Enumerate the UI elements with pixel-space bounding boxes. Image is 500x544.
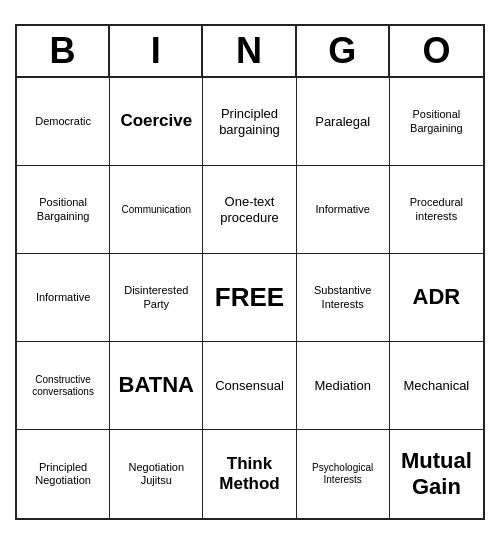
bingo-cell-15: Constructive conversations	[17, 342, 110, 430]
bingo-cell-3: Paralegal	[297, 78, 390, 166]
bingo-letter-b: B	[17, 26, 110, 76]
bingo-cell-7: One-text procedure	[203, 166, 296, 254]
bingo-letter-g: G	[297, 26, 390, 76]
bingo-cell-1: Coercive	[110, 78, 203, 166]
bingo-letter-n: N	[203, 26, 296, 76]
bingo-card: BINGO DemocraticCoercivePrincipled barga…	[15, 24, 485, 520]
bingo-cell-23: Psychological Interests	[297, 430, 390, 518]
bingo-cell-11: Disinterested Party	[110, 254, 203, 342]
bingo-cell-5: Positional Bargaining	[17, 166, 110, 254]
bingo-cell-18: Mediation	[297, 342, 390, 430]
bingo-cell-17: Consensual	[203, 342, 296, 430]
bingo-cell-2: Principled bargaining	[203, 78, 296, 166]
bingo-letter-o: O	[390, 26, 483, 76]
bingo-letter-i: I	[110, 26, 203, 76]
bingo-cell-10: Informative	[17, 254, 110, 342]
bingo-cell-24: Mutual Gain	[390, 430, 483, 518]
bingo-cell-0: Democratic	[17, 78, 110, 166]
bingo-cell-22: Think Method	[203, 430, 296, 518]
bingo-grid: DemocraticCoercivePrincipled bargainingP…	[17, 78, 483, 518]
bingo-cell-19: Mechanical	[390, 342, 483, 430]
bingo-cell-16: BATNA	[110, 342, 203, 430]
bingo-cell-13: Substantive Interests	[297, 254, 390, 342]
bingo-cell-14: ADR	[390, 254, 483, 342]
bingo-cell-20: Principled Negotiation	[17, 430, 110, 518]
bingo-cell-4: Positional Bargaining	[390, 78, 483, 166]
bingo-cell-21: Negotiation Jujitsu	[110, 430, 203, 518]
bingo-cell-12: FREE	[203, 254, 296, 342]
bingo-cell-9: Procedural interests	[390, 166, 483, 254]
bingo-cell-6: Communication	[110, 166, 203, 254]
bingo-cell-8: Informative	[297, 166, 390, 254]
bingo-header: BINGO	[17, 26, 483, 78]
